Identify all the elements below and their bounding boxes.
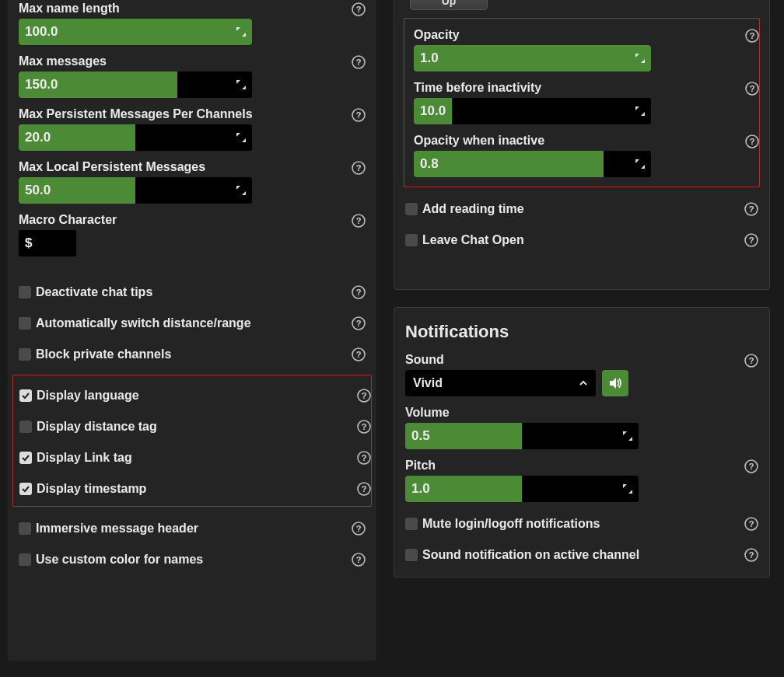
help-icon[interactable] [357,420,371,434]
field-opacity: Opacity 1.0 [414,28,750,72]
max-name-length-label: Max name length [19,2,366,16]
max-local-persistent-label: Max Local Persistent Messages [19,160,366,174]
checkbox-mute-login-logoff[interactable] [405,518,418,530]
row-autoswitch-distance: Automatically switch distance/range [19,314,366,333]
play-sound-button[interactable] [602,370,628,396]
help-icon[interactable] [352,316,366,330]
help-icon[interactable] [352,347,366,361]
checkbox-display-link-tag[interactable] [19,452,32,464]
row-block-private-channels: Block private channels [19,345,366,364]
notifications-panel: Notifications Sound Vivid Volume 0.5 [394,307,770,578]
field-opacity-inactive: Opacity when inactive 0.8 [414,134,750,177]
help-icon[interactable] [352,161,366,175]
help-icon[interactable] [357,451,371,465]
help-icon[interactable] [352,55,366,69]
display-language-label: Display language [37,389,139,403]
field-pitch: Pitch 1.0 [405,459,758,502]
up-button[interactable]: Up [410,0,488,10]
max-messages-slider[interactable]: 150.0 [19,72,252,98]
checkbox-deactivate-chat-tips[interactable] [19,286,31,298]
speaker-icon [608,376,622,390]
max-messages-value: 150.0 [19,77,58,92]
help-icon[interactable] [744,233,758,247]
pitch-value: 1.0 [405,481,430,497]
max-name-length-slider[interactable]: 100.0 [19,19,252,45]
block-private-channels-label: Block private channels [36,347,171,361]
field-volume: Volume 0.5 [405,406,758,449]
help-icon[interactable] [352,108,366,122]
help-icon[interactable] [745,82,759,96]
help-icon[interactable] [352,553,366,567]
help-icon[interactable] [357,482,371,496]
help-icon[interactable] [357,389,371,403]
help-icon[interactable] [744,459,758,473]
checkbox-autoswitch-distance[interactable] [19,317,31,330]
resize-icon [236,133,246,142]
add-reading-time-label: Add reading time [422,202,524,216]
row-display-distance-tag: Display distance tag [19,417,365,436]
left-settings-panel: Max name length 100.0 Max messages 150.0… [8,0,376,661]
max-local-persistent-slider[interactable]: 50.0 [19,177,252,204]
help-icon[interactable] [744,354,758,368]
immersive-header-label: Immersive message header [36,522,198,536]
row-immersive-header: Immersive message header [19,519,366,538]
help-icon[interactable] [744,548,758,562]
pitch-label: Pitch [405,459,758,473]
checkbox-display-language[interactable] [19,389,32,402]
help-icon[interactable] [352,522,366,536]
resize-icon [236,27,246,37]
resize-icon [635,106,645,116]
row-display-timestamp: Display timestamp [19,480,365,498]
sound-dropdown[interactable]: Vivid [405,370,596,396]
resize-icon [623,431,632,441]
row-add-reading-time: Add reading time [405,200,758,218]
opacity-label: Opacity [414,28,750,42]
resize-icon [236,186,246,195]
max-persistent-value: 20.0 [19,130,51,145]
time-before-inactivity-slider[interactable]: 10.0 [414,98,651,124]
checkbox-add-reading-time[interactable] [405,203,418,215]
display-timestamp-label: Display timestamp [37,482,146,496]
max-persistent-slider[interactable]: 20.0 [19,124,252,151]
help-icon[interactable] [352,2,366,16]
autoswitch-distance-label: Automatically switch distance/range [36,316,251,330]
caret-up-icon [579,376,588,390]
checkbox-display-distance-tag[interactable] [19,421,32,433]
checkbox-sound-active-channel[interactable] [405,549,418,561]
field-max-local-persistent: Max Local Persistent Messages 50.0 [19,160,366,204]
opacity-inactive-slider[interactable]: 0.8 [414,151,651,177]
notifications-title: Notifications [405,322,758,342]
mute-login-logoff-label: Mute login/logoff notifications [422,517,600,531]
right-top-panel: Up Opacity 1.0 Time before inactivity 10… [394,0,770,290]
highlight-box-left: Display language Display distance tag Di… [12,375,372,507]
help-icon[interactable] [352,285,366,299]
help-icon[interactable] [352,214,366,228]
checkbox-custom-color-names[interactable] [19,553,31,566]
checkbox-leave-chat-open[interactable] [405,234,418,246]
help-icon[interactable] [744,202,758,216]
opacity-value: 1.0 [414,51,439,66]
max-name-length-value: 100.0 [19,24,58,40]
pitch-slider[interactable]: 1.0 [405,476,639,502]
macro-character-input[interactable] [19,230,76,256]
display-distance-tag-label: Display distance tag [37,420,157,434]
row-custom-color-names: Use custom color for names [19,550,366,569]
field-max-name-length: Max name length 100.0 [19,2,366,45]
sound-active-channel-label: Sound notification on active channel [422,548,639,562]
deactivate-chat-tips-label: Deactivate chat tips [36,285,152,299]
max-local-persistent-value: 50.0 [19,183,51,198]
time-before-inactivity-label: Time before inactivity [414,81,750,95]
checkbox-display-timestamp[interactable] [19,483,32,495]
help-icon[interactable] [744,517,758,531]
checkbox-block-private-channels[interactable] [19,348,31,361]
row-sound-active-channel: Sound notification on active channel [405,546,758,564]
resize-icon [635,159,645,169]
display-link-tag-label: Display Link tag [37,451,132,465]
help-icon[interactable] [745,134,759,148]
row-display-link-tag: Display Link tag [19,448,365,467]
volume-slider[interactable]: 0.5 [405,423,639,449]
checkbox-immersive-header[interactable] [19,522,31,535]
help-icon[interactable] [745,29,759,43]
row-display-language: Display language [19,386,365,405]
opacity-slider[interactable]: 1.0 [414,45,651,72]
